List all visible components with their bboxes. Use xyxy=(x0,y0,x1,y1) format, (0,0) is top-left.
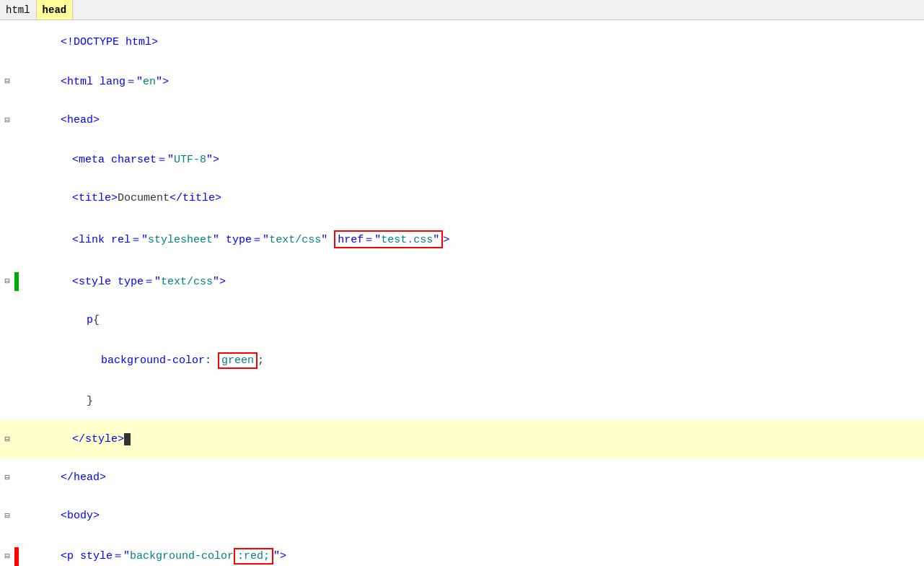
line-10: } xyxy=(0,382,924,420)
cursor xyxy=(124,433,131,445)
line-content-5: <title>Document</title> xyxy=(19,180,924,217)
line-4: <meta charset＝"UTF-8"> xyxy=(0,139,924,179)
line-13: ⊟ <body> xyxy=(0,497,924,535)
fold-4[interactable] xyxy=(0,154,14,165)
fold-14[interactable]: ⊟ xyxy=(0,551,14,562)
line-1: <!DOCTYPE html> xyxy=(0,23,924,61)
fold-13[interactable]: ⊟ xyxy=(0,510,14,521)
fold-8[interactable] xyxy=(0,315,14,326)
fold-11[interactable]: ⊟ xyxy=(0,434,14,445)
line-11: ⊟ </style> xyxy=(0,420,924,458)
line-12: ⊟ </head> xyxy=(0,458,924,497)
fold-3[interactable]: ⊟ xyxy=(0,115,14,126)
breadcrumb-html-label: html xyxy=(6,4,30,16)
line-content-11: </style> xyxy=(19,421,924,458)
green-redbox: green xyxy=(218,352,258,369)
breadcrumb-head[interactable]: head xyxy=(37,0,74,19)
line-content-4: <meta charset＝"UTF-8"> xyxy=(19,140,924,178)
breadcrumb-head-label: head xyxy=(43,4,67,16)
fold-9[interactable] xyxy=(0,356,14,366)
fold-1[interactable] xyxy=(0,38,14,48)
fold-6[interactable] xyxy=(0,235,14,245)
fold-2[interactable]: ⊟ xyxy=(0,76,14,87)
line-3: ⊟ <head> xyxy=(0,101,924,139)
line-7: ⊟ <style type＝"text/css"> xyxy=(0,261,924,301)
line-14: ⊟ <p style＝"background-color:red;"> xyxy=(0,535,924,566)
line-2: ⊟ <html lang＝"en"> xyxy=(0,61,924,101)
fold-7[interactable]: ⊟ xyxy=(0,276,14,287)
line-content-6: <link rel＝"stylesheet" type＝"text/css" h… xyxy=(19,218,924,261)
line-content-10: } xyxy=(19,383,924,419)
line-5: <title>Document</title> xyxy=(0,179,924,217)
line-content-3: <head> xyxy=(19,102,924,139)
editor-area: <!DOCTYPE html> ⊟ <html lang＝"en"> ⊟ <he… xyxy=(0,20,924,566)
line-content-14: <p style＝"background-color:red;"> xyxy=(19,536,924,566)
line-8: p{ xyxy=(0,301,924,339)
breadcrumb-bar: html head xyxy=(0,0,924,20)
red-redbox: :red; xyxy=(234,548,273,565)
fold-12[interactable]: ⊟ xyxy=(0,472,14,483)
line-content-13: <body> xyxy=(19,497,924,534)
line-content-7: <style type＝"text/css"> xyxy=(19,262,924,300)
line-6: <link rel＝"stylesheet" type＝"text/css" h… xyxy=(0,217,924,261)
line-content-2: <html lang＝"en"> xyxy=(19,62,924,100)
href-redbox: href＝"test.css" xyxy=(334,230,443,248)
fold-10[interactable] xyxy=(0,396,14,406)
line-content-9: background-color: green; xyxy=(19,340,924,381)
fold-5[interactable] xyxy=(0,193,14,204)
line-9: background-color: green; xyxy=(0,339,924,382)
line-content-1: <!DOCTYPE html> xyxy=(19,24,924,61)
line-content-12: </head> xyxy=(19,459,924,496)
breadcrumb-html[interactable]: html xyxy=(0,0,37,19)
line-content-8: p{ xyxy=(19,302,924,339)
